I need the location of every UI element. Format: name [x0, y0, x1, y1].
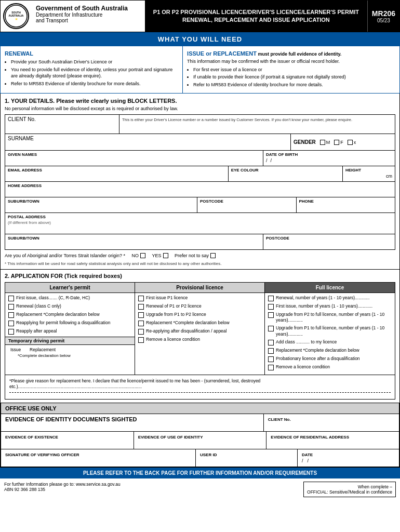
- postcode-label: POSTCODE: [200, 199, 294, 204]
- learner-cb-3[interactable]: [8, 321, 14, 326]
- evidence-row: EVIDENCE OF EXISTENCE EVIDENCE OF USE OF…: [1, 432, 399, 449]
- user-id-field[interactable]: [200, 457, 293, 464]
- existence-field[interactable]: [5, 440, 129, 447]
- full-item-4[interactable]: Add class ........... to my licence: [268, 339, 392, 345]
- user-id-label: USER ID: [200, 453, 217, 457]
- office-client-no-field[interactable]: [268, 422, 395, 429]
- existence-label: EVIDENCE OF EXISTENCE: [5, 435, 58, 440]
- application-grid: Learner's permit First issue, class.....…: [5, 282, 395, 375]
- provisional-cb-4[interactable]: [138, 329, 144, 335]
- section1-subtitle: No personal information will be disclose…: [5, 106, 395, 111]
- client-no-row: CLIENT No. This is either your Driver's …: [5, 115, 395, 134]
- full-item-5[interactable]: Replacement *Complete declaration below: [268, 348, 392, 354]
- postal-postcode-field[interactable]: [266, 241, 392, 248]
- provisional-item-2[interactable]: Upgrade from P1 to P2 licence: [138, 312, 261, 318]
- gender-x-option[interactable]: x: [348, 140, 356, 145]
- learner-cb-2[interactable]: [8, 312, 14, 318]
- gender-f-checkbox[interactable]: [334, 140, 339, 145]
- full-item-2[interactable]: Upgrade from P2 to full licence, number …: [268, 312, 392, 323]
- postal-suburb-field[interactable]: [8, 241, 260, 248]
- full-cb-1[interactable]: [268, 304, 274, 310]
- learner-item-0[interactable]: First issue, class....... (C, R-Date, HC…: [8, 295, 131, 301]
- postal-address-row: POSTAL ADDRESS (If different from above): [5, 213, 395, 234]
- gender-f-option[interactable]: F: [334, 140, 343, 145]
- use-identity-field[interactable]: [138, 440, 262, 447]
- provisional-item-3[interactable]: Replacement *Complete declaration below: [138, 320, 261, 326]
- learner-cb-0[interactable]: [8, 296, 14, 301]
- home-address-row: HOME ADDRESS: [5, 182, 395, 197]
- provisional-cb-2[interactable]: [138, 312, 144, 318]
- eye-colour-field[interactable]: [231, 172, 340, 180]
- learner-cb-4[interactable]: [8, 329, 14, 335]
- gender-label: GENDER: [294, 139, 316, 145]
- learner-item-2[interactable]: Replacement *Complete declaration below: [8, 312, 131, 318]
- postal-suburb-row: SUBURB/TOWN POSTCODE: [5, 234, 395, 249]
- provisional-item-1[interactable]: Renewal of P1 or P2 licence: [138, 303, 261, 310]
- full-item-3[interactable]: Upgrade from P1 to full licence, number …: [268, 325, 392, 337]
- replacement-box: *Please give reason for replacement here…: [5, 375, 395, 400]
- gender-x-label: x: [354, 140, 356, 145]
- full-cb-5[interactable]: [268, 348, 274, 354]
- learner-item-3[interactable]: Reapplying for permit following a disqua…: [8, 320, 131, 326]
- learner-item-1[interactable]: Renewal (class C only): [8, 303, 131, 310]
- aboriginal-no-option[interactable]: NO: [131, 253, 145, 258]
- aboriginal-yes-checkbox[interactable]: [163, 253, 168, 258]
- client-no-label: CLIENT No.: [8, 116, 36, 122]
- surname-cell: SURNAME: [5, 134, 291, 150]
- aboriginal-prefer-option[interactable]: Prefer not to say: [175, 253, 216, 258]
- email-cell: EMAIL ADDRESS: [5, 166, 229, 181]
- home-address-field[interactable]: [8, 188, 392, 195]
- gender-x-checkbox[interactable]: [348, 140, 353, 145]
- what-you-need-banner: WHAT YOU WILL NEED: [0, 32, 400, 46]
- bottom-banner: PLEASE REFER TO THE BACK PAGE FOR FURTHE…: [0, 468, 400, 478]
- provisional-cb-5[interactable]: [138, 337, 144, 343]
- renewal-items: Provide your South Australian Driver's L…: [5, 59, 178, 87]
- provisional-cb-0[interactable]: [138, 296, 144, 301]
- date-field[interactable]: //: [302, 457, 395, 464]
- evidence-title-cell: EVIDENCE OF IDENTITY DOCUMENTS SIGHTED: [1, 414, 264, 431]
- temp-issue-label: Issue: [10, 347, 21, 352]
- provisional-cb-3[interactable]: [138, 321, 144, 326]
- email-field[interactable]: [8, 172, 225, 180]
- aboriginal-prefer-checkbox[interactable]: [210, 253, 216, 258]
- residential-field[interactable]: [271, 440, 395, 447]
- provisional-item-5[interactable]: Remove a licence condition: [138, 337, 261, 343]
- issue-subtitle: must provide full evidence of identity.: [258, 51, 341, 57]
- postal-field[interactable]: [8, 225, 392, 232]
- officer-sig-field[interactable]: [5, 457, 191, 464]
- provisional-cb-1[interactable]: [138, 304, 144, 310]
- gender-m-checkbox[interactable]: [320, 140, 325, 145]
- full-cb-6[interactable]: [268, 356, 274, 362]
- client-no-field[interactable]: [8, 122, 116, 131]
- provisional-header: Provisional licence: [135, 283, 264, 293]
- full-cb-2[interactable]: [268, 312, 274, 318]
- full-cb-0[interactable]: [268, 296, 274, 301]
- phone-field[interactable]: [299, 204, 393, 211]
- aboriginal-yes-option[interactable]: YES: [152, 253, 168, 258]
- full-item-7[interactable]: Remove a licence condition: [268, 364, 392, 370]
- height-field[interactable]: cm: [345, 172, 392, 180]
- suburb-field[interactable]: [8, 204, 194, 211]
- full-cb-4[interactable]: [268, 340, 274, 345]
- date-cell: DATE //: [298, 449, 399, 467]
- full-item-0[interactable]: Renewal, number of years (1 - 10 years).…: [268, 295, 392, 301]
- full-cb-7[interactable]: [268, 365, 274, 370]
- given-names-field[interactable]: [8, 157, 260, 164]
- provisional-item-0[interactable]: First issue P1 licence: [138, 295, 261, 301]
- learner-item-4[interactable]: Reapply after appeal: [8, 328, 131, 335]
- aboriginal-question-row: Are you of Aboriginal and/or Torres Stra…: [5, 250, 395, 261]
- replacement-line[interactable]: [9, 392, 391, 396]
- provisional-item-4[interactable]: Re-applying after disqualification / app…: [138, 328, 261, 335]
- learner-cb-1[interactable]: [8, 304, 14, 310]
- aboriginal-no-checkbox[interactable]: [140, 253, 145, 258]
- postal-label: POSTAL ADDRESS: [8, 215, 392, 219]
- surname-field[interactable]: [8, 141, 288, 149]
- full-cb-3[interactable]: [268, 326, 274, 331]
- full-item-1[interactable]: First issue, number of years (1 - 10 yea…: [268, 303, 392, 310]
- gender-m-option[interactable]: M: [320, 140, 330, 145]
- issue-info: ISSUE or REPLACEMENT must provide full e…: [183, 46, 399, 93]
- postcode-field[interactable]: [200, 204, 294, 211]
- dob-field[interactable]: //: [266, 157, 392, 164]
- dob-cell: DATE OF BIRTH //: [263, 151, 395, 166]
- full-item-6[interactable]: Probationary licence after a disqualific…: [268, 356, 392, 362]
